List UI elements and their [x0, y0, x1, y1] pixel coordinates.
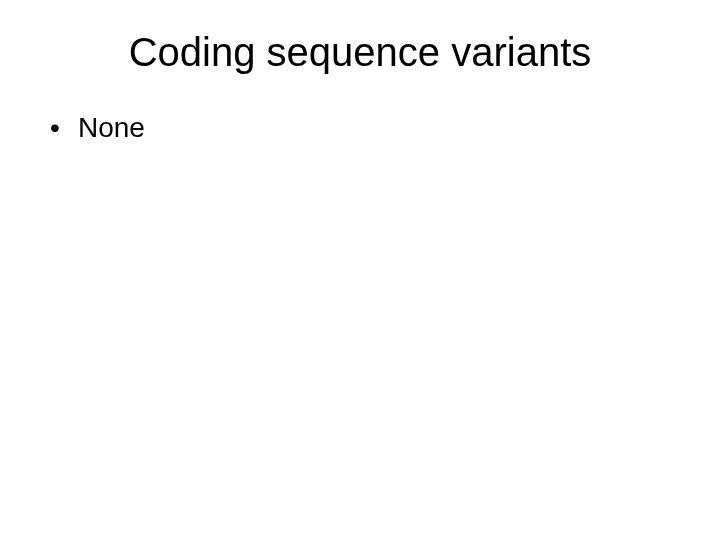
bullet-list: None: [50, 110, 680, 146]
slide-content: None: [40, 110, 680, 146]
list-item: None: [50, 110, 680, 146]
slide-container: Coding sequence variants None: [0, 0, 720, 540]
slide-title: Coding sequence variants: [40, 30, 680, 75]
